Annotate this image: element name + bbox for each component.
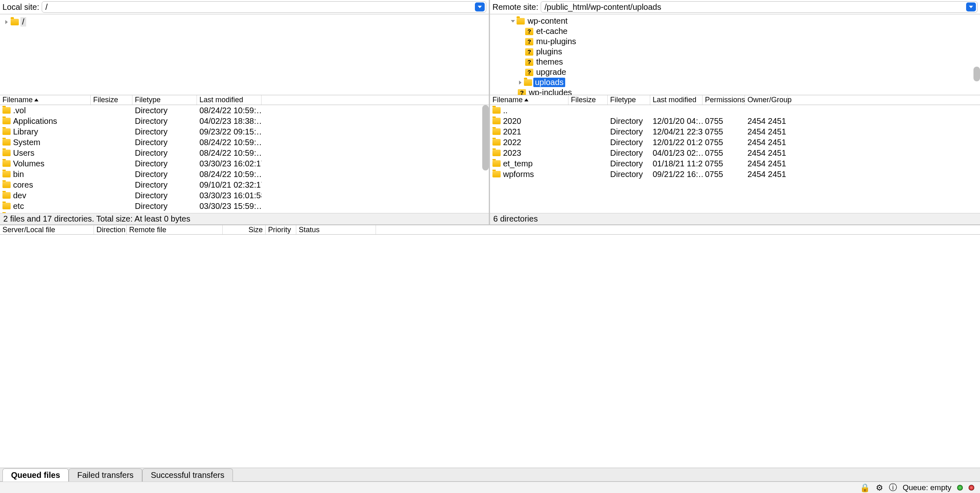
list-row[interactable]: homeDirectory03/30/23 16:02:19 bbox=[0, 211, 489, 213]
remote-site-label: Remote site: bbox=[492, 2, 538, 12]
tree-item[interactable]: plugins bbox=[525, 47, 976, 57]
cell-name: Volumes bbox=[13, 159, 45, 168]
remote-path-dropdown[interactable] bbox=[966, 2, 976, 11]
tree-item-label: mu-plugins bbox=[535, 37, 578, 46]
tab-queued-files[interactable]: Queued files bbox=[2, 468, 69, 482]
local-path-input[interactable] bbox=[42, 2, 475, 12]
column-filename[interactable]: Filename bbox=[0, 95, 91, 105]
column-permissions[interactable]: Permissions bbox=[703, 95, 745, 105]
folder-icon bbox=[492, 128, 501, 135]
cell-modified: 09/23/22 09:15:… bbox=[197, 127, 262, 137]
cell-perm: 0755 bbox=[703, 138, 745, 147]
local-file-list[interactable]: .volDirectory08/24/22 10:59:…Application… bbox=[0, 105, 489, 213]
column-filesize[interactable]: Filesize bbox=[91, 95, 132, 105]
cell-modified: 12/01/20 04:… bbox=[650, 117, 703, 126]
tabs: Queued files Failed transfers Successful… bbox=[0, 468, 980, 482]
list-row[interactable]: coresDirectory09/10/21 02:32:17 bbox=[0, 179, 489, 190]
folder-icon bbox=[2, 107, 11, 114]
tree-item-label: themes bbox=[535, 57, 565, 67]
list-row[interactable]: SystemDirectory08/24/22 10:59:… bbox=[0, 137, 489, 148]
list-row[interactable]: et_tempDirectory01/18/21 11:2…07552454 2… bbox=[490, 158, 980, 169]
cell-perm: 0755 bbox=[703, 148, 745, 158]
list-row[interactable]: wpformsDirectory09/21/22 16:…07552454 24… bbox=[490, 169, 980, 179]
list-row[interactable]: LibraryDirectory09/23/22 09:15:… bbox=[0, 126, 489, 137]
cell-type: Directory bbox=[132, 117, 197, 126]
sort-asc-icon bbox=[34, 99, 38, 101]
tree-item-uploads[interactable]: uploads bbox=[518, 77, 976, 87]
local-path-combo[interactable] bbox=[42, 1, 486, 13]
tree-item[interactable]: / bbox=[4, 17, 485, 27]
local-tree[interactable]: / bbox=[0, 14, 489, 95]
tab-successful-transfers[interactable]: Successful transfers bbox=[142, 468, 233, 482]
cell-perm: 0755 bbox=[703, 117, 745, 126]
list-row[interactable]: ApplicationsDirectory04/02/23 18:38:… bbox=[0, 116, 489, 126]
scrollbar[interactable] bbox=[482, 105, 489, 170]
column-server[interactable]: Server/Local file bbox=[0, 225, 94, 234]
column-filesize[interactable]: Filesize bbox=[568, 95, 608, 105]
remote-file-list[interactable]: ..2020Directory12/01/20 04:…07552454 245… bbox=[490, 105, 980, 213]
cell-perm: 0755 bbox=[703, 170, 745, 179]
folder-icon bbox=[2, 160, 11, 167]
column-filename[interactable]: Filename bbox=[490, 95, 568, 105]
tree-item[interactable]: wp-content bbox=[510, 16, 976, 26]
remote-list-header: Filename Filesize Filetype Last modified… bbox=[490, 95, 980, 105]
column-direction[interactable]: Direction bbox=[94, 225, 127, 234]
cell-name: home bbox=[13, 212, 34, 213]
cell-modified: 08/24/22 10:59:… bbox=[197, 138, 262, 147]
list-row[interactable]: 2021Directory12/04/21 22:3..07552454 245… bbox=[490, 126, 980, 137]
tree-item[interactable]: mu-plugins bbox=[525, 36, 976, 47]
column-filetype[interactable]: Filetype bbox=[608, 95, 650, 105]
list-row[interactable]: binDirectory08/24/22 10:59:… bbox=[0, 169, 489, 179]
cell-type: Directory bbox=[132, 212, 197, 213]
column-filetype[interactable]: Filetype bbox=[132, 95, 197, 105]
cell-modified: 03/30/23 15:59:… bbox=[197, 202, 262, 211]
queue-body[interactable] bbox=[0, 235, 980, 468]
tree-item[interactable]: upgrade bbox=[525, 67, 976, 77]
folder-icon bbox=[492, 139, 501, 146]
chevron-right-icon[interactable] bbox=[518, 81, 523, 85]
lock-icon[interactable]: 🔒 bbox=[860, 483, 870, 493]
list-row[interactable]: VolumesDirectory03/30/23 16:02:17 bbox=[0, 158, 489, 169]
column-remote-file[interactable]: Remote file bbox=[127, 225, 223, 234]
list-row[interactable]: UsersDirectory08/24/22 10:59:… bbox=[0, 148, 489, 158]
info-icon[interactable]: ⓘ bbox=[889, 482, 897, 493]
tree-item[interactable]: themes bbox=[525, 57, 976, 67]
cell-name: et_temp bbox=[503, 159, 533, 168]
list-row[interactable]: .volDirectory08/24/22 10:59:… bbox=[0, 105, 489, 116]
cell-name: 2020 bbox=[503, 117, 521, 126]
list-row[interactable]: etcDirectory03/30/23 15:59:… bbox=[0, 201, 489, 211]
column-owner[interactable]: Owner/Group bbox=[745, 95, 788, 105]
list-row[interactable]: 2022Directory12/01/22 01:2…07552454 2451 bbox=[490, 137, 980, 148]
list-row[interactable]: .. bbox=[490, 105, 980, 116]
column-priority[interactable]: Priority bbox=[266, 225, 296, 234]
list-row[interactable]: devDirectory03/30/23 16:01:58 bbox=[0, 190, 489, 201]
cell-owner: 2454 2451 bbox=[745, 148, 788, 158]
local-path-dropdown[interactable] bbox=[475, 2, 485, 11]
column-modified[interactable]: Last modified bbox=[197, 95, 262, 105]
column-size[interactable]: Size bbox=[223, 225, 266, 234]
remote-path-combo[interactable] bbox=[541, 1, 978, 13]
tab-failed-transfers[interactable]: Failed transfers bbox=[69, 468, 142, 482]
gear-icon[interactable]: ⚙︎ bbox=[876, 483, 883, 493]
chevron-down-icon[interactable] bbox=[510, 20, 515, 22]
column-modified[interactable]: Last modified bbox=[650, 95, 703, 105]
cell-modified: 08/24/22 10:59:… bbox=[197, 148, 262, 158]
remote-path-input[interactable] bbox=[541, 2, 966, 12]
tree-item-label: upgrade bbox=[535, 67, 568, 77]
tree-item[interactable]: wp-includes bbox=[518, 87, 976, 95]
local-site-label: Local site: bbox=[2, 2, 39, 12]
folder-icon bbox=[2, 182, 11, 188]
cell-modified: 04/01/23 02:… bbox=[650, 148, 703, 158]
column-status[interactable]: Status bbox=[296, 225, 376, 234]
cell-type: Directory bbox=[608, 138, 650, 147]
folder-unknown-icon bbox=[525, 48, 533, 56]
list-row[interactable]: 2023Directory04/01/23 02:…07552454 2451 bbox=[490, 148, 980, 158]
scrollbar[interactable] bbox=[973, 67, 980, 81]
remote-tree[interactable]: wp-content et-cache mu-plugins plugins t… bbox=[490, 14, 980, 95]
cell-name: cores bbox=[13, 180, 33, 190]
list-row[interactable]: 2020Directory12/01/20 04:…07552454 2451 bbox=[490, 116, 980, 126]
chevron-right-icon[interactable] bbox=[4, 20, 9, 24]
cell-name: bin bbox=[13, 170, 24, 179]
tree-item[interactable]: et-cache bbox=[525, 26, 976, 36]
folder-icon bbox=[2, 192, 11, 199]
